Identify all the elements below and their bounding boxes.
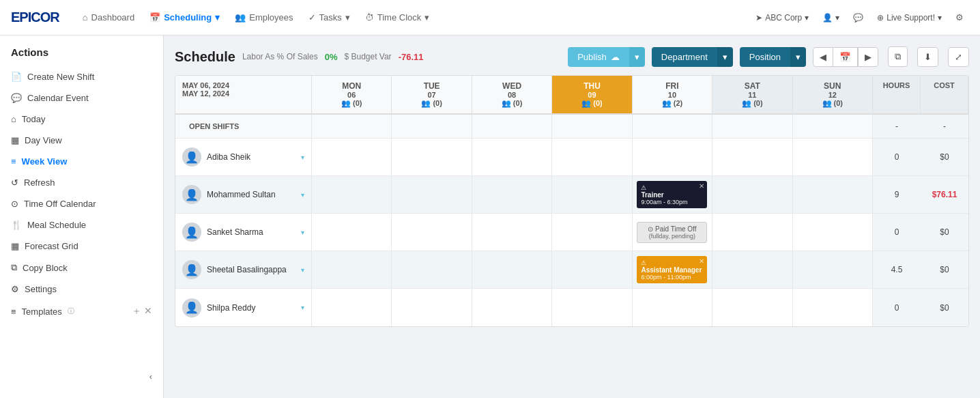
open-thu[interactable] (552, 115, 632, 138)
support-caret: ▾ (938, 13, 942, 23)
department-caret-button[interactable]: ▾ (717, 47, 733, 67)
sidebar-item-today[interactable]: ⌂ Today (0, 109, 163, 130)
sanket-caret[interactable]: ▾ (301, 229, 304, 236)
nav-employees[interactable]: 👥 Employees (228, 8, 300, 27)
live-support-menu[interactable]: ⊕ Live Support! ▾ (871, 10, 947, 26)
adiba-wed[interactable] (472, 139, 552, 175)
shilpa-sun[interactable] (793, 289, 873, 326)
sheetal-mon[interactable] (312, 251, 392, 288)
sheetal-sun[interactable] (793, 251, 873, 288)
sheetal-wed[interactable] (472, 251, 552, 288)
sanket-fri[interactable]: ⊙ Paid Time Off (fullday, pending) (633, 214, 712, 251)
expand-button[interactable]: ⤢ (948, 47, 969, 67)
mohammed-sun[interactable] (793, 176, 873, 213)
shift-close-button[interactable]: ✕ (699, 182, 704, 190)
sanket-sat[interactable] (712, 214, 792, 251)
sanket-sun[interactable] (793, 214, 873, 251)
abc-corp-menu[interactable]: ➤ ABC Corp ▾ (750, 10, 814, 26)
nav-timeclock[interactable]: ⏱ Time Clock ▾ (358, 8, 437, 27)
adiba-caret[interactable]: ▾ (301, 154, 304, 161)
sidebar-item-time-off-calendar[interactable]: ⊙ Time Off Calendar (0, 193, 163, 214)
templates-remove-icon[interactable]: ✕ (144, 305, 152, 317)
scheduling-caret: ▾ (215, 12, 220, 23)
adiba-mon[interactable] (312, 139, 392, 175)
open-wed[interactable] (472, 115, 552, 138)
shilpa-caret[interactable]: ▾ (301, 304, 304, 311)
shilpa-tue[interactable] (392, 289, 472, 326)
prev-week-button[interactable]: ◀ (813, 47, 833, 67)
open-sun[interactable] (793, 115, 873, 138)
copy-schedule-button[interactable]: ⧉ (888, 46, 908, 67)
calendar-picker-button[interactable]: 📅 (833, 47, 858, 67)
open-mon[interactable] (312, 115, 392, 138)
mohammed-mon[interactable] (312, 176, 392, 213)
adiba-fri[interactable] (633, 139, 712, 175)
open-sat[interactable] (712, 115, 792, 138)
sidebar-item-create-new-shift[interactable]: 📄 Create New Shift (0, 66, 163, 87)
shilpa-thu[interactable] (552, 289, 632, 326)
mohammed-thu[interactable] (552, 176, 632, 213)
gear-button[interactable]: ⚙ (950, 8, 969, 27)
sheetal-thu[interactable] (552, 251, 632, 288)
sidebar-collapse-button[interactable]: ‹ (0, 366, 163, 387)
shift-warning-icon: ⚠ (641, 184, 646, 191)
sidebar-item-meal-schedule[interactable]: 🍴 Meal Schedule (0, 214, 163, 236)
templates-row[interactable]: ≡ Templates ⓘ ＋ ✕ (0, 300, 163, 323)
nav-dashboard[interactable]: ⌂ Dashboard (76, 8, 141, 27)
mohammed-wed[interactable] (472, 176, 552, 213)
sanket-pto-block[interactable]: ⊙ Paid Time Off (fullday, pending) (637, 222, 707, 243)
sanket-cost: $0 (921, 214, 968, 251)
nav-scheduling[interactable]: 📅 Scheduling ▾ (143, 8, 227, 27)
sheetal-caret[interactable]: ▾ (301, 266, 304, 274)
sidebar-item-forecast-grid[interactable]: ▦ Forecast Grid (0, 236, 163, 257)
publish-caret-button[interactable]: ▾ (629, 47, 645, 67)
sidebar-item-calendar-event[interactable]: 💬 Calendar Event (0, 87, 163, 109)
shilpa-mon[interactable] (312, 289, 392, 326)
adiba-thu[interactable] (552, 139, 632, 175)
sidebar-item-week-view[interactable]: ≡ Week View (0, 151, 163, 172)
adiba-tue[interactable] (392, 139, 472, 175)
open-tue[interactable] (392, 115, 472, 138)
templates-add-icon[interactable]: ＋ (132, 305, 141, 317)
sidebar-item-settings[interactable]: ⚙ Settings (0, 279, 163, 300)
sheetal-cost: $0 (921, 251, 968, 288)
adiba-sun[interactable] (793, 139, 873, 175)
position-button[interactable]: Position (740, 47, 790, 67)
sanket-thu[interactable] (552, 214, 632, 251)
new-shift-icon: 📄 (11, 72, 22, 82)
download-button[interactable]: ⬇ (917, 47, 938, 67)
sheetal-sat[interactable] (712, 251, 792, 288)
sanket-mon[interactable] (312, 214, 392, 251)
user-menu[interactable]: 👤 ▾ (817, 10, 845, 26)
shilpa-wed[interactable] (472, 289, 552, 326)
sheetal-tue[interactable] (392, 251, 472, 288)
next-week-button[interactable]: ▶ (858, 47, 878, 67)
sanket-tue[interactable] (392, 214, 472, 251)
publish-button[interactable]: Publish ☁ (568, 47, 629, 67)
department-button-group: Department ▾ (652, 47, 733, 67)
shilpa-sat[interactable] (712, 289, 792, 326)
position-caret-button[interactable]: ▾ (790, 47, 806, 67)
shilpa-fri[interactable] (633, 289, 712, 326)
messages-button[interactable]: 💬 (848, 10, 869, 26)
sanket-wed[interactable] (472, 214, 552, 251)
mohammed-sat[interactable] (712, 176, 792, 213)
sidebar-title: Actions (0, 46, 163, 66)
mohammed-trainer-shift[interactable]: ⚠ ✕ Trainer 9:00am - 6:30pm (637, 181, 707, 208)
shift-close-button[interactable]: ✕ (699, 257, 704, 265)
mohammed-caret[interactable]: ▾ (301, 191, 304, 199)
sidebar-item-refresh[interactable]: ↺ Refresh (0, 172, 163, 193)
open-fri[interactable] (633, 115, 712, 138)
mohammed-fri[interactable]: ⚠ ✕ Trainer 9:00am - 6:30pm (633, 176, 712, 213)
mohammed-tue[interactable] (392, 176, 472, 213)
sidebar-item-copy-block[interactable]: ⧉ Copy Block (0, 257, 163, 279)
meal-icon: 🍴 (11, 220, 22, 230)
sheetal-asst-manager-shift[interactable]: ⚠ ✕ Assistant Manager 6:00pm - 11:00pm (637, 256, 707, 283)
sun-header: SUN 12 👥 (0) (793, 76, 873, 113)
sheetal-fri[interactable]: ⚠ ✕ Assistant Manager 6:00pm - 11:00pm (633, 251, 712, 288)
adiba-sat[interactable] (712, 139, 792, 175)
department-button[interactable]: Department (652, 47, 717, 67)
nav-tasks[interactable]: ✓ Tasks ▾ (302, 8, 357, 27)
sidebar-item-day-view[interactable]: ▦ Day View (0, 130, 163, 151)
forecast-icon: ▦ (11, 241, 19, 251)
